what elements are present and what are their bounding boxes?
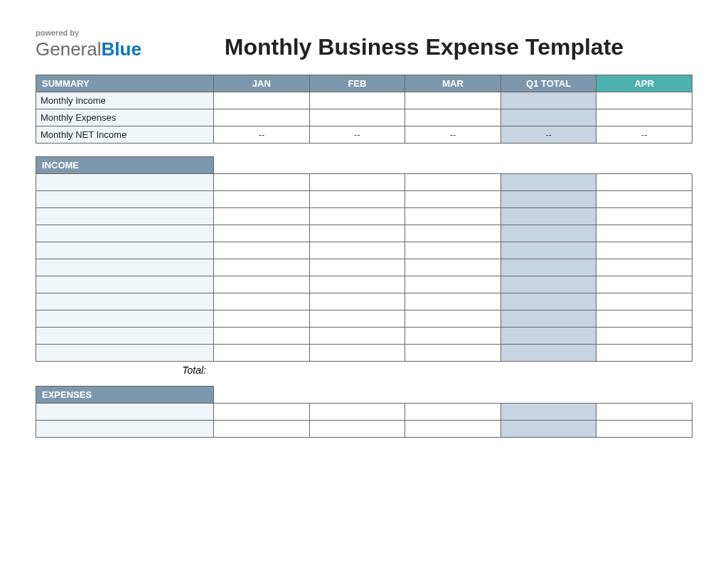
cell[interactable] (309, 242, 405, 259)
row-label[interactable] (36, 174, 214, 191)
cell[interactable] (214, 404, 310, 421)
col-feb: FEB (309, 75, 405, 92)
cell[interactable] (214, 242, 310, 259)
cell[interactable] (405, 404, 501, 421)
cell[interactable] (214, 345, 310, 362)
row-label[interactable] (36, 225, 214, 242)
cell[interactable] (309, 310, 405, 328)
q1-cell (500, 259, 596, 276)
cell[interactable] (405, 191, 501, 208)
summary-row: Monthly Income (36, 92, 692, 109)
income-header-row: INCOME (36, 157, 692, 174)
row-label[interactable] (36, 404, 214, 421)
income-total-label: Total: (36, 364, 213, 376)
cell[interactable] (405, 208, 501, 225)
cell[interactable] (596, 345, 692, 362)
cell[interactable] (405, 225, 501, 242)
cell[interactable] (405, 92, 501, 109)
row-label[interactable] (36, 208, 214, 225)
col-jan: JAN (214, 75, 310, 92)
cell[interactable] (405, 242, 501, 259)
cell[interactable] (309, 208, 405, 225)
q1-cell (500, 310, 596, 328)
cell[interactable] (596, 421, 692, 438)
q1-cell (500, 174, 596, 191)
cell[interactable] (309, 259, 405, 276)
cell[interactable] (596, 92, 692, 109)
table-row (36, 242, 692, 259)
cell[interactable] (309, 276, 405, 293)
row-label[interactable] (36, 276, 214, 293)
cell[interactable] (214, 191, 310, 208)
cell[interactable] (596, 404, 692, 421)
row-label[interactable] (36, 259, 214, 276)
row-label: Monthly Income (36, 92, 214, 109)
cell[interactable] (405, 421, 501, 438)
q1-cell (500, 345, 596, 362)
cell[interactable] (309, 293, 405, 310)
table-row (36, 225, 692, 242)
table-row (36, 191, 692, 208)
cell[interactable] (596, 208, 692, 225)
cell[interactable] (309, 174, 405, 191)
cell[interactable] (309, 328, 405, 345)
row-label[interactable] (36, 421, 214, 438)
cell[interactable] (214, 109, 310, 126)
table-row (36, 404, 692, 421)
cell[interactable] (309, 109, 405, 126)
cell[interactable] (405, 109, 501, 126)
cell[interactable] (214, 421, 310, 438)
cell[interactable] (596, 174, 692, 191)
row-label[interactable] (36, 328, 214, 345)
cell[interactable] (214, 310, 310, 328)
income-table: INCOME (36, 156, 692, 362)
q1-cell (500, 109, 596, 126)
col-apr: APR (596, 75, 692, 92)
cell[interactable] (214, 259, 310, 276)
row-label[interactable] (36, 345, 214, 362)
cell[interactable] (309, 92, 405, 109)
cell[interactable] (309, 191, 405, 208)
cell[interactable] (596, 242, 692, 259)
table-row (36, 259, 692, 276)
cell[interactable] (405, 310, 501, 328)
row-label[interactable] (36, 191, 214, 208)
row-label: Monthly Expenses (36, 109, 214, 126)
cell[interactable] (596, 293, 692, 310)
cell[interactable] (214, 208, 310, 225)
cell[interactable] (309, 404, 405, 421)
cell[interactable] (214, 293, 310, 310)
row-label[interactable] (36, 293, 214, 310)
row-label[interactable] (36, 242, 214, 259)
cell[interactable] (309, 421, 405, 438)
table-row (36, 310, 692, 328)
cell[interactable] (309, 345, 405, 362)
summary-header-row: SUMMARY JAN FEB MAR Q1 TOTAL APR (36, 75, 692, 92)
cell[interactable] (596, 225, 692, 242)
cell[interactable] (405, 293, 501, 310)
cell[interactable] (596, 109, 692, 126)
brand-logo: powered by GeneralBlue (36, 28, 141, 60)
cell[interactable] (214, 328, 310, 345)
cell[interactable] (596, 276, 692, 293)
cell[interactable] (405, 345, 501, 362)
powered-by-text: powered by (36, 28, 141, 37)
cell[interactable] (214, 92, 310, 109)
cell[interactable] (596, 310, 692, 328)
cell[interactable] (405, 259, 501, 276)
expenses-table: EXPENSES (36, 386, 692, 438)
cell[interactable] (309, 225, 405, 242)
row-label[interactable] (36, 310, 214, 328)
cell[interactable] (596, 328, 692, 345)
cell[interactable] (214, 225, 310, 242)
document-header: powered by GeneralBlue Monthly Business … (36, 28, 692, 60)
cell[interactable] (596, 191, 692, 208)
cell[interactable] (405, 328, 501, 345)
cell[interactable] (405, 276, 501, 293)
cell[interactable] (214, 276, 310, 293)
cell[interactable] (405, 174, 501, 191)
cell[interactable] (596, 259, 692, 276)
table-row (36, 293, 692, 310)
summary-row: Monthly NET Income -- -- -- -- -- (36, 126, 692, 144)
cell[interactable] (214, 174, 310, 191)
